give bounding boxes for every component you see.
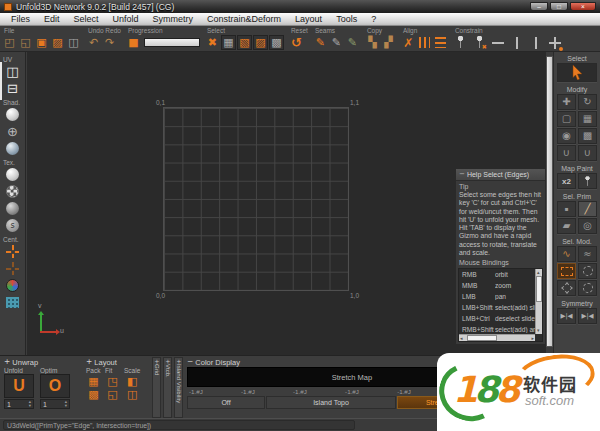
select-island-icon[interactable]: ▦ [221,35,236,50]
magnet-icon[interactable]: ∪ [557,145,576,161]
texture-none-icon[interactable] [5,167,21,182]
title-bar[interactable]: Unfold3D Network 9.0.2 [Build 2457] (CG)… [0,0,600,13]
texture-custom-icon[interactable]: s [5,218,21,233]
menu-constrain-deform[interactable]: Constrain&Deform [200,13,288,26]
island-topo-button[interactable]: Island Topo [266,396,396,409]
rectangle-select-icon[interactable] [557,263,576,279]
magnet-alt-icon[interactable]: ∪ [578,145,597,161]
sphere-wrap-icon[interactable]: ◉ [557,128,576,144]
scrollbar-thumb[interactable] [536,276,542,302]
unwrap-panel-header[interactable]: + Unwrap [4,357,82,367]
layout-panel-header[interactable]: + Layout [86,357,148,367]
expand-icon[interactable]: + [4,358,10,366]
pin-icon[interactable] [453,35,468,50]
matrix-icon[interactable] [5,295,21,310]
select-border-icon[interactable]: ▨ [253,35,268,50]
menu-select[interactable]: Select [67,13,106,26]
constrain-vertical-icon[interactable] [510,35,525,50]
import-file-icon[interactable]: ◱ [18,35,33,50]
screenshot-icon[interactable]: ◫ [66,35,81,50]
paste-uv-icon[interactable]: ▞ [381,35,396,50]
scroll-right-icon[interactable]: ▸ [531,335,534,342]
pack-alt-icon[interactable]: ▩ [86,388,101,400]
left-scrollbar[interactable] [0,62,2,100]
lasso-select-icon[interactable] [578,263,597,279]
split-vertical-icon[interactable]: ◫ [5,64,21,79]
scroll-up-icon[interactable]: ▴ [537,269,540,276]
brush-select-icon[interactable]: ∿ [557,246,576,262]
shading-flat-icon[interactable] [5,107,21,122]
constrain-dashed-icon[interactable] [529,35,544,50]
select-expand-icon[interactable]: ▧ [237,35,252,50]
minimize-button[interactable]: – [530,2,548,11]
vertex-mode-icon[interactable]: ▪ [557,201,576,217]
shading-smooth-icon[interactable] [5,141,21,156]
polygon-select-icon[interactable] [557,280,576,296]
align-vertical-icon[interactable] [433,35,448,50]
bindings-horizontal-scrollbar[interactable]: ◂ ▸ [459,334,535,341]
circle-select-icon[interactable] [578,280,597,296]
select-tool-button[interactable] [557,63,597,82]
grid-deform-icon[interactable]: ▦ [578,111,597,127]
tab-island-visibility[interactable]: +Island Visibility [174,357,183,418]
undo-icon[interactable]: ↶ [86,35,101,50]
select-all-icon[interactable]: ▩ [269,35,284,50]
split-horizontal-icon[interactable]: ⊟ [5,81,21,96]
fit-alt-icon[interactable]: ◱ [105,388,120,400]
spin-down-icon[interactable]: ▾ [65,404,67,409]
copy-uv-icon[interactable]: ▚ [365,35,380,50]
lattice-icon[interactable]: ▩ [578,128,597,144]
help-panel-header[interactable]: − Help Select (Edges) [456,169,545,181]
save-as-icon[interactable]: ▨ [50,35,65,50]
align-cross-icon[interactable]: ✗ [401,35,416,50]
constrain-horizontal-icon[interactable] [491,35,506,50]
paint-pin-icon[interactable] [578,173,597,189]
scale-alt-icon[interactable]: ◫ [125,388,140,400]
save-file-icon[interactable]: ▣ [34,35,49,50]
pack-icon[interactable]: ▦ [86,375,101,387]
menu-files[interactable]: Files [4,13,37,26]
menu-edit[interactable]: Edit [37,13,67,26]
menu-tools[interactable]: Tools [329,13,364,26]
weld-pen-icon[interactable]: ✎ [345,35,360,50]
off-button[interactable]: Off [187,396,265,409]
seam-pen-icon[interactable]: ✎ [313,35,328,50]
tab-vtcb[interactable]: +Vtcb. [163,357,172,418]
symmetry-weld-icon[interactable]: ▶|◀ [578,308,597,324]
spin-down-icon[interactable]: ▾ [29,404,31,409]
scrollbar-thumb[interactable] [467,335,497,341]
polygon-mode-icon[interactable]: ▰ [557,218,576,234]
stop-icon[interactable]: ■ [126,35,141,50]
move-tool-icon[interactable]: ✚ [557,94,576,110]
unfold-button[interactable]: U [4,374,34,398]
close-button[interactable]: × [570,2,596,11]
unfold-iterations-stepper[interactable]: 1 ▴▾ [4,399,34,409]
symmetry-mirror-icon[interactable]: ▶|◀ [557,308,576,324]
center-pivot-dim-icon[interactable] [5,261,21,276]
rotate-tool-icon[interactable]: ↻ [578,94,597,110]
menu-unfold[interactable]: Unfold [106,13,146,26]
open-file-icon[interactable]: ◰ [2,35,17,50]
delete-selection-icon[interactable]: ✖ [205,35,220,50]
optim-iterations-stepper[interactable]: 1 ▴▾ [40,399,70,409]
rgb-ball-icon[interactable] [5,278,21,293]
texture-pattern-icon[interactable] [5,201,21,216]
scale-icon[interactable]: ◧ [125,375,140,387]
viewport-vertical-scrollbar[interactable] [546,56,553,347]
mouse-bindings-list[interactable]: RMBorbit MMBzoom LMBpan LMB+Shiftselect(… [458,268,543,342]
shading-wireframe-icon[interactable]: ⊕ [5,124,21,139]
brush-select-alt-icon[interactable]: ≈ [578,246,597,262]
constrain-cross-icon[interactable] [548,35,563,50]
optimize-button[interactable]: O [40,374,70,398]
menu-help[interactable]: ? [364,13,383,26]
align-horizontal-icon[interactable] [417,35,432,50]
bindings-vertical-scrollbar[interactable]: ▴ ▾ [535,269,542,334]
tab-grid[interactable]: +Grid [152,357,161,418]
center-pivot-icon[interactable] [5,244,21,259]
collapse-icon[interactable]: − [459,171,465,178]
maximize-button[interactable]: □ [550,2,568,11]
unpin-icon[interactable]: ✖ [472,35,487,50]
redo-icon[interactable]: ↷ [102,35,117,50]
menu-layout[interactable]: Layout [288,13,329,26]
edge-mode-icon[interactable]: ╱ [578,201,597,217]
